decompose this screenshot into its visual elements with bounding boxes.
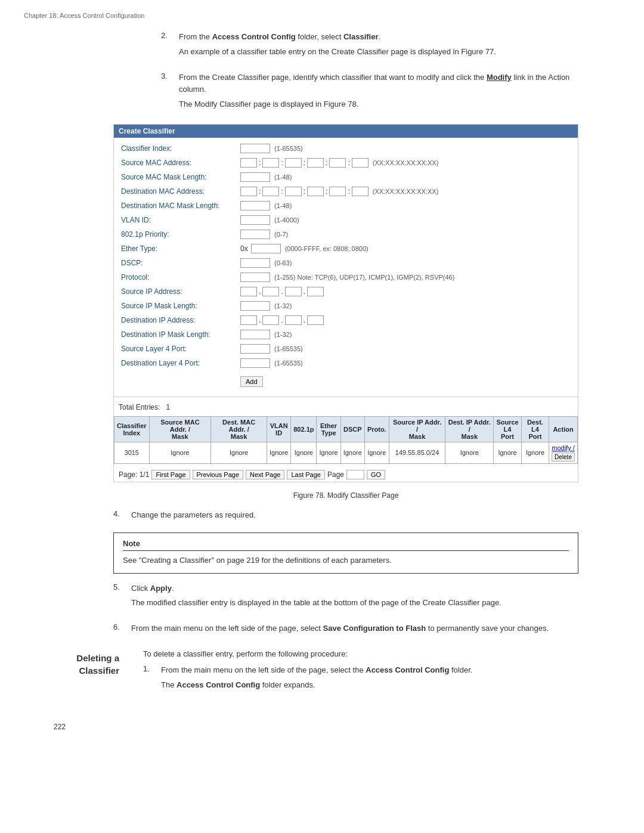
col-dscp: DSCP [340, 416, 364, 442]
deleting-step-1: 1. From the main menu on the left side o… [143, 664, 590, 694]
input-dst-mac-2[interactable] [262, 187, 279, 196]
field-dest-ip-mask: Destination IP Mask Length: (1-32) [121, 329, 571, 340]
field-source-ip-mask: Source IP Mask Length: (1-32) [121, 300, 571, 312]
table-row: 3015 Ignore Ignore Ignore Ignore Ignore … [114, 442, 578, 463]
input-classifier-index[interactable] [240, 144, 270, 153]
field-dest-ip: Destination IP Address: . . . [121, 314, 571, 326]
input-src-l4[interactable] [240, 344, 270, 354]
input-src-ip-4[interactable] [307, 287, 324, 296]
input-src-mac-mask[interactable] [240, 172, 270, 182]
total-entries-value: 1 [166, 403, 170, 411]
col-ether-type: EtherType [317, 416, 340, 442]
delete-button[interactable]: Delete [552, 453, 575, 462]
classifier-table: ClassifierIndex Source MAC Addr. /Mask D… [114, 416, 578, 464]
col-classifier-index: ClassifierIndex [114, 416, 150, 442]
cell-dest-mac: Ignore [211, 442, 267, 463]
field-dest-mac: Destination MAC Address: : : : : : (XX: [121, 185, 571, 197]
cell-dscp: Ignore [340, 442, 364, 463]
input-protocol[interactable] [240, 272, 270, 282]
page-number: 222 [54, 723, 590, 731]
step-3: 3. From the Create Classifier page, iden… [161, 72, 590, 113]
input-ether-type[interactable] [251, 244, 281, 253]
input-src-ip-3[interactable] [285, 287, 302, 296]
col-source-l4: SourceL4 Port [494, 416, 522, 442]
input-vlan-id[interactable] [240, 215, 270, 225]
cell-dest-l4: Ignore [521, 442, 549, 463]
col-source-mac: Source MAC Addr. /Mask [149, 416, 211, 442]
cell-source-mac: Ignore [149, 442, 211, 463]
add-button[interactable]: Add [240, 376, 263, 387]
col-8021p: 802.1p [291, 416, 317, 442]
data-table-section: Total Entries: 1 ClassifierIndex Source … [114, 397, 578, 482]
input-dscp[interactable] [240, 258, 270, 268]
field-8021p-priority: 802.1p Priority: (0-7) [121, 228, 571, 240]
input-dst-ip-3[interactable] [285, 315, 302, 325]
step-5: 5. Click Apply. The modified classifier … [113, 583, 578, 612]
deleting-intro: To delete a classifier entry, perform th… [143, 649, 590, 658]
note-title: Note [123, 539, 569, 551]
input-dst-ip-1[interactable] [240, 315, 257, 325]
input-dst-mac-6[interactable] [352, 187, 369, 196]
step-6: 6. From the main menu on the left side o… [113, 623, 578, 637]
modify-link[interactable]: modify / [552, 444, 575, 451]
input-dst-mac-4[interactable] [307, 187, 324, 196]
input-src-mac-6[interactable] [352, 158, 369, 168]
cell-classifier-index: 3015 [114, 442, 150, 463]
cell-proto: Ignore [364, 442, 389, 463]
input-src-mac-4[interactable] [307, 158, 324, 168]
col-dest-l4: Dest.L4 Port [521, 416, 549, 442]
cell-source-l4: Ignore [494, 442, 522, 463]
input-dst-mac-3[interactable] [285, 187, 302, 196]
field-source-mac-mask: Source MAC Mask Length: (1-48) [121, 171, 571, 183]
last-page-button[interactable]: Last Page [287, 470, 325, 479]
input-8021p[interactable] [240, 230, 270, 239]
col-action: Action [549, 416, 578, 442]
figure-caption: Figure 78. Modify Classifier Page [113, 491, 578, 500]
next-page-button[interactable]: Next Page [246, 470, 284, 479]
field-protocol: Protocol: (1-255) Note: TCP(6), UDP(17),… [121, 271, 571, 283]
field-dest-mac-mask: Destination MAC Mask Length: (1-48) [121, 200, 571, 212]
input-dst-ip-mask[interactable] [240, 330, 270, 339]
input-dst-mac-1[interactable] [240, 187, 257, 196]
cell-dest-ip: Ignore [445, 442, 494, 463]
page-input[interactable] [346, 470, 364, 479]
input-src-ip-mask[interactable] [240, 301, 270, 311]
cell-8021p: Ignore [291, 442, 317, 463]
page-label: Page [327, 470, 344, 479]
step-2: 2. From the Access Control Config folder… [161, 31, 590, 61]
field-source-mac: Source MAC Address: : : : : : (XX:XX:XX [121, 157, 571, 169]
input-dst-ip-2[interactable] [262, 315, 279, 325]
input-src-mac-5[interactable] [329, 158, 346, 168]
input-dst-mac-mask[interactable] [240, 201, 270, 210]
input-src-mac-1[interactable] [240, 158, 257, 168]
total-entries-label: Total Entries: [119, 403, 160, 411]
section-heading: Deleting a Classifier [54, 652, 131, 677]
input-src-mac-3[interactable] [285, 158, 302, 168]
input-dst-l4[interactable] [240, 358, 270, 368]
previous-page-button[interactable]: Previous Page [193, 470, 244, 479]
input-dst-mac-5[interactable] [329, 187, 346, 196]
col-source-ip: Source IP Addr. /Mask [389, 416, 445, 442]
step-4: 4. Change the parameters as required. [113, 509, 578, 522]
page-info: Page: 1/1 [119, 470, 149, 479]
input-src-mac-2[interactable] [262, 158, 279, 168]
create-classifier-panel: Create Classifier Classifier Index: (1-6… [113, 124, 578, 482]
col-dest-mac: Dest. MAC Addr. /Mask [211, 416, 267, 442]
classifier-panel-title: Create Classifier [114, 125, 578, 138]
col-dest-ip: Dest. IP Addr. /Mask [445, 416, 494, 442]
field-ether-type: Ether Type: 0x (0000-FFFF, ex: 0808; 080… [121, 243, 571, 255]
field-classifier-index: Classifier Index: (1-65535) [121, 143, 571, 154]
col-proto: Proto. [364, 416, 389, 442]
deleting-classifier-section: Deleting a Classifier To delete a classi… [54, 649, 590, 705]
note-box: Note See "Creating a Classifier" on page… [113, 532, 578, 574]
input-dst-ip-4[interactable] [307, 315, 324, 325]
field-dscp: DSCP: (0-63) [121, 257, 571, 269]
first-page-button[interactable]: First Page [151, 470, 190, 479]
input-src-ip-1[interactable] [240, 287, 257, 296]
input-src-ip-2[interactable] [262, 287, 279, 296]
field-vlan-id: VLAN ID: (1-4000) [121, 214, 571, 226]
field-source-l4-port: Source Layer 4 Port: (1-65535) [121, 343, 571, 355]
cell-ether-type: Ignore [317, 442, 340, 463]
go-button[interactable]: GO [367, 470, 385, 479]
field-dest-l4-port: Destination Layer 4 Port: (1-65535) [121, 357, 571, 369]
